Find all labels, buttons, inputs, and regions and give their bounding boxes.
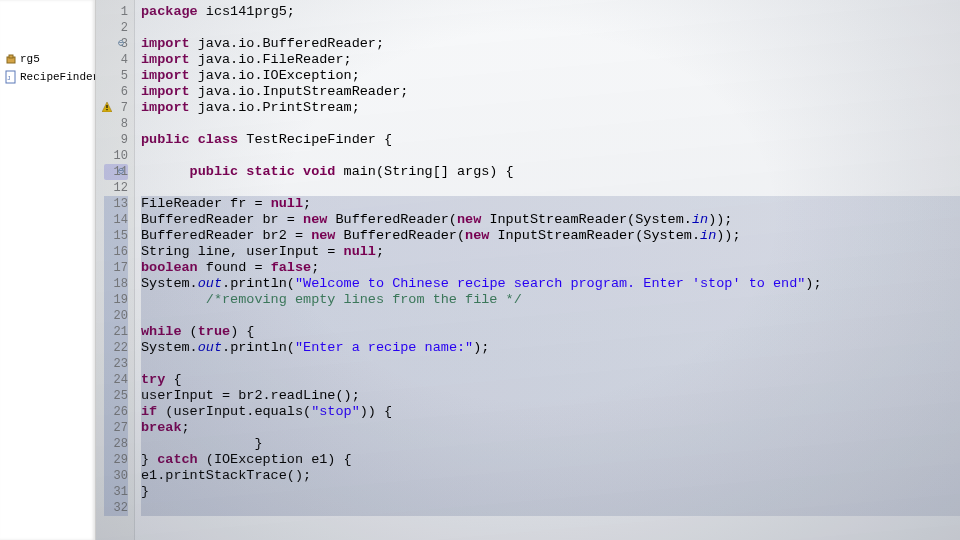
java-file-icon: J (4, 70, 18, 84)
fold-icon[interactable]: ⊖ (118, 164, 124, 180)
ide-workspace: rg5 J RecipeFinder.jav 123⊖4567891011⊖12… (0, 0, 960, 540)
line-number[interactable]: 24 (104, 372, 128, 388)
line-number[interactable]: 15 (104, 228, 128, 244)
code-line[interactable]: import java.io.FileReader; (141, 52, 960, 68)
explorer-item-label: RecipeFinder.jav (20, 71, 95, 83)
code-line[interactable]: try { (141, 372, 960, 388)
code-editor[interactable]: 123⊖4567891011⊖1213141516171819202122232… (96, 0, 960, 540)
code-line[interactable]: userInput = br2.readLine(); (141, 388, 960, 404)
code-line[interactable]: System.out.println("Welcome to Chinese r… (141, 276, 960, 292)
svg-text:J: J (7, 75, 11, 82)
line-number[interactable]: 14 (104, 212, 128, 228)
code-line[interactable]: /*removing empty lines from the file */ (141, 292, 960, 308)
line-number[interactable]: 32 (104, 500, 128, 516)
line-number[interactable]: 6 (104, 84, 128, 100)
line-number[interactable]: 1 (104, 4, 128, 20)
line-number[interactable]: 17 (104, 260, 128, 276)
package-icon (4, 52, 18, 66)
code-line[interactable]: System.out.println("Enter a recipe name:… (141, 340, 960, 356)
explorer-item-label: rg5 (20, 53, 40, 65)
line-number[interactable]: 25 (104, 388, 128, 404)
code-content[interactable]: package ics141prg5; import java.io.Buffe… (135, 0, 960, 540)
code-line[interactable]: while (true) { (141, 324, 960, 340)
line-number[interactable]: 10 (104, 148, 128, 164)
line-number[interactable]: 4 (104, 52, 128, 68)
code-line[interactable]: import java.io.PrintStream; (141, 100, 960, 116)
code-line[interactable]: import java.io.InputStreamReader; (141, 84, 960, 100)
code-line[interactable]: BufferedReader br = new BufferedReader(n… (141, 212, 960, 228)
code-line[interactable]: } (141, 484, 960, 500)
code-line[interactable]: boolean found = false; (141, 260, 960, 276)
code-line[interactable] (141, 356, 960, 372)
code-line[interactable] (141, 308, 960, 324)
code-line[interactable]: import java.io.BufferedReader; (141, 36, 960, 52)
svg-rect-1 (9, 55, 13, 58)
code-line[interactable]: String line, userInput = null; (141, 244, 960, 260)
code-line[interactable] (141, 500, 960, 516)
explorer-item-java-file[interactable]: J RecipeFinder.jav (0, 68, 95, 86)
package-explorer[interactable]: rg5 J RecipeFinder.jav (0, 0, 96, 540)
line-number[interactable]: 11⊖ (104, 164, 128, 180)
code-line[interactable]: FileReader fr = null; (141, 196, 960, 212)
code-line[interactable]: e1.printStackTrace(); (141, 468, 960, 484)
line-number[interactable]: 23 (104, 356, 128, 372)
svg-rect-5 (106, 105, 107, 108)
line-number[interactable]: 2 (104, 20, 128, 36)
line-number-gutter[interactable]: 123⊖4567891011⊖1213141516171819202122232… (96, 0, 135, 540)
line-number[interactable]: 31 (104, 484, 128, 500)
line-number[interactable]: 19 (104, 292, 128, 308)
line-number[interactable]: 7 (104, 100, 128, 116)
line-number[interactable]: 16 (104, 244, 128, 260)
line-number[interactable]: 5 (104, 68, 128, 84)
line-number[interactable]: 28 (104, 436, 128, 452)
line-number[interactable]: 13 (104, 196, 128, 212)
fold-icon[interactable]: ⊖ (118, 36, 124, 52)
code-area: 123⊖4567891011⊖1213141516171819202122232… (96, 0, 960, 540)
line-number[interactable]: 9 (104, 132, 128, 148)
code-line[interactable]: } catch (IOException e1) { (141, 452, 960, 468)
line-number[interactable]: 21 (104, 324, 128, 340)
code-line[interactable]: public class TestRecipeFinder { (141, 132, 960, 148)
warning-icon (102, 102, 112, 112)
code-line[interactable] (141, 116, 960, 132)
line-number[interactable]: 3⊖ (104, 36, 128, 52)
code-line[interactable] (141, 20, 960, 36)
code-line[interactable]: BufferedReader br2 = new BufferedReader(… (141, 228, 960, 244)
line-number[interactable]: 30 (104, 468, 128, 484)
line-number[interactable]: 29 (104, 452, 128, 468)
line-number[interactable]: 27 (104, 420, 128, 436)
code-line[interactable]: if (userInput.equals("stop")) { (141, 404, 960, 420)
explorer-item-package[interactable]: rg5 (0, 50, 95, 68)
line-number[interactable]: 20 (104, 308, 128, 324)
code-line[interactable]: public static void main(String[] args) { (141, 164, 960, 180)
line-number[interactable]: 26 (104, 404, 128, 420)
code-line[interactable] (141, 148, 960, 164)
line-number[interactable]: 8 (104, 116, 128, 132)
code-line[interactable] (141, 180, 960, 196)
line-number[interactable]: 12 (104, 180, 128, 196)
line-number[interactable]: 22 (104, 340, 128, 356)
code-line[interactable]: break; (141, 420, 960, 436)
line-number[interactable]: 18 (104, 276, 128, 292)
code-line[interactable]: package ics141prg5; (141, 4, 960, 20)
svg-rect-6 (106, 109, 107, 110)
code-line[interactable]: } (141, 436, 960, 452)
code-line[interactable]: import java.io.IOException; (141, 68, 960, 84)
